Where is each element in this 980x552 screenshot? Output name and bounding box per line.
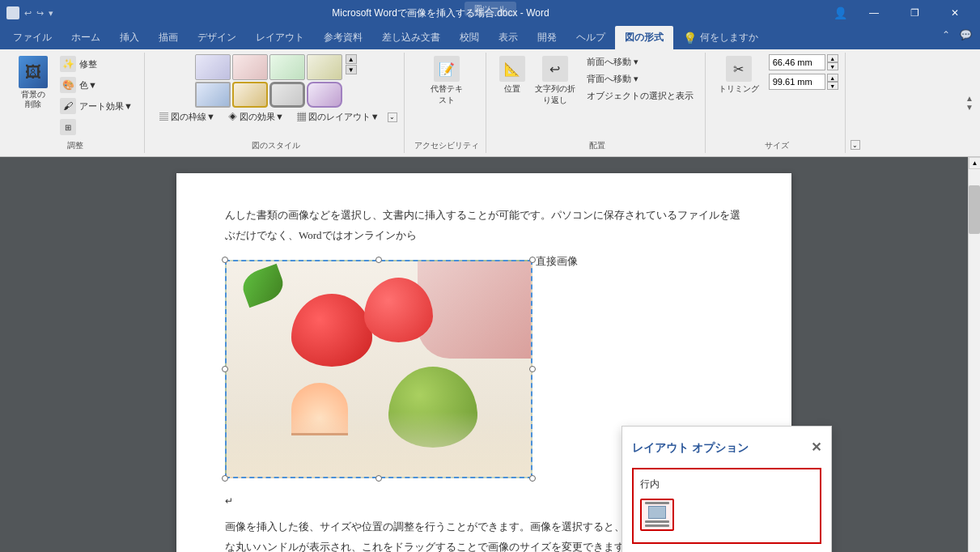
style-3[interactable] bbox=[269, 54, 305, 80]
handle-bottom-mid[interactable] bbox=[375, 475, 382, 482]
customize-btn[interactable]: ▾ bbox=[49, 8, 53, 19]
window-title: Microsoft Wordで画像を挿入する場合.docx - Word bbox=[53, 6, 828, 20]
close-button[interactable]: ✕ bbox=[936, 0, 974, 26]
art-effects-btn[interactable]: 🖌 アート効果▼ bbox=[55, 96, 138, 116]
handle-bottom-right[interactable] bbox=[529, 475, 536, 482]
tab-mailings[interactable]: 差し込み文書 bbox=[372, 26, 450, 49]
arrange-sub-btns: 前面へ移動 ▾ 背面へ移動 ▾ オブジェクトの選択と表示 bbox=[582, 54, 698, 104]
user-icon[interactable]: 👤 bbox=[828, 0, 852, 26]
tab-help[interactable]: ヘルプ bbox=[566, 26, 615, 49]
width-input-row: 99.61 mm ▲ ▼ bbox=[769, 74, 838, 90]
document-page: んした書類の画像などを選択し、文書内に挿入することが可能です。パソコンに保存され… bbox=[176, 173, 791, 552]
alt-text-btn[interactable]: 📝 代替テキスト bbox=[427, 54, 466, 108]
adjust-buttons: 🖼 背景の削除 ✨ 修整 🎨 色▼ 🖌 アート効果▼ ⊞ bbox=[13, 54, 138, 137]
title-text: Microsoft Wordで画像を挿入する場合.docx - Word bbox=[332, 7, 549, 19]
restore-button[interactable]: ❐ bbox=[896, 0, 933, 26]
undo-btn[interactable]: ↩ bbox=[24, 8, 32, 19]
title-bar-left: ↩ ↪ ▾ bbox=[6, 6, 53, 19]
tab-developer[interactable]: 開発 bbox=[528, 26, 566, 49]
size-expand-btn[interactable]: ⌄ bbox=[851, 53, 860, 153]
inline-icons-row bbox=[640, 499, 813, 531]
figure-border-btn[interactable]: ▤ 図の枠線▼ bbox=[155, 109, 220, 125]
style-5[interactable] bbox=[195, 82, 231, 108]
figure-layout-btn[interactable]: ▦ 図のレイアウト▼ bbox=[292, 109, 384, 125]
select-objects-btn[interactable]: オブジェクトの選択と表示 bbox=[582, 88, 698, 104]
minimize-button[interactable]: — bbox=[855, 0, 893, 26]
style-submenu-btns: ▤ 図の枠線▼ ◈ 図の効果▼ ▦ 図のレイアウト▼ ⌄ bbox=[155, 109, 397, 125]
ribbon-group-adjust: 🖼 背景の削除 ✨ 修整 🎨 色▼ 🖌 アート効果▼ ⊞ bbox=[6, 53, 145, 153]
tab-design[interactable]: デザイン bbox=[188, 26, 246, 49]
style-4[interactable] bbox=[307, 54, 342, 80]
popup-title-row: レイアウト オプション ✕ bbox=[632, 436, 821, 460]
tools-label: 図ツール bbox=[465, 2, 516, 16]
position-btn[interactable]: 📐 位置 bbox=[496, 54, 528, 96]
arrange-btns: 📐 位置 ↩ 文字列の折り返し 前面へ移動 ▾ 背面へ移動 ▾ オブジェクトの選… bbox=[496, 54, 698, 108]
vertical-scrollbar[interactable]: ▲ ▼ bbox=[968, 157, 980, 552]
tab-insert[interactable]: 挿入 bbox=[110, 26, 149, 49]
width-input[interactable]: 99.61 mm bbox=[769, 74, 825, 90]
ribbon: 🖼 背景の削除 ✨ 修整 🎨 色▼ 🖌 アート効果▼ ⊞ bbox=[0, 49, 980, 157]
handle-bottom-left[interactable] bbox=[222, 475, 228, 482]
inline-icon-content bbox=[645, 502, 669, 527]
inline-section: 行内 bbox=[632, 468, 821, 544]
tab-file[interactable]: ファイル bbox=[3, 26, 62, 49]
inline-label: 行内 bbox=[640, 476, 813, 494]
style-scroll[interactable]: ▲ ▼ bbox=[346, 54, 357, 80]
height-spinner[interactable]: ▲ ▼ bbox=[827, 54, 838, 70]
apple-red-1 bbox=[291, 294, 372, 367]
wrap-icon-inline[interactable] bbox=[640, 499, 674, 531]
style-1[interactable] bbox=[195, 54, 231, 80]
tell-me[interactable]: 💡 何をしますか bbox=[673, 26, 768, 49]
size-controls: ✂ トリミング 66.46 mm ▲ ▼ 99.61 mm bbox=[715, 54, 838, 96]
leaf bbox=[239, 264, 288, 308]
style-6[interactable] bbox=[232, 82, 268, 108]
tab-home[interactable]: ホーム bbox=[62, 26, 110, 49]
ribbon-scroll[interactable]: ▲ ▼ bbox=[965, 53, 974, 153]
apple-scene bbox=[227, 261, 531, 477]
width-spinner[interactable]: ▲ ▼ bbox=[827, 74, 838, 90]
text-before-image: んした書類の画像などを選択し、文書内に挿入することが可能です。パソコンに保存され… bbox=[225, 206, 743, 245]
window-controls[interactable]: 👤 — ❐ ✕ bbox=[828, 0, 974, 26]
wrap-text-btn[interactable]: ↩ 文字列の折り返し bbox=[532, 54, 579, 108]
title-bar: ↩ ↪ ▾ Microsoft Wordで画像を挿入する場合.docx - Wo… bbox=[0, 0, 980, 26]
height-input[interactable]: 66.46 mm bbox=[769, 54, 825, 70]
bring-forward-btn[interactable]: 前面へ移動 ▾ bbox=[582, 54, 698, 70]
tab-review[interactable]: 校閲 bbox=[450, 26, 489, 49]
tab-draw[interactable]: 描画 bbox=[149, 26, 188, 49]
main-container: んした書類の画像などを選択し、文書内に挿入することが可能です。パソコンに保存され… bbox=[0, 157, 980, 552]
styles-expand[interactable]: ⌄ bbox=[388, 109, 397, 125]
image-row: 直接画像 レイアウト オプション ✕ 行内 bbox=[225, 252, 743, 486]
send-backward-btn[interactable]: 背面へ移動 ▾ bbox=[582, 71, 698, 87]
ribbon-tab-bar: ファイル ホーム 挿入 描画 デザイン レイアウト 参考資料 差し込み文書 校閲… bbox=[0, 26, 980, 49]
compress-btn[interactable]: ⊞ bbox=[55, 117, 138, 137]
comment-btn[interactable]: 💬 bbox=[955, 26, 977, 49]
tab-references[interactable]: 参考資料 bbox=[314, 26, 372, 49]
corrections-btn[interactable]: ✨ 修整 bbox=[55, 54, 138, 74]
fabric-decoration bbox=[418, 261, 531, 359]
popup-close-btn[interactable]: ✕ bbox=[811, 436, 821, 460]
scroll-thumb[interactable] bbox=[969, 185, 980, 234]
style-7[interactable] bbox=[269, 82, 305, 108]
style-8[interactable] bbox=[307, 82, 342, 108]
tab-view[interactable]: 表示 bbox=[489, 26, 528, 49]
color-btn[interactable]: 🎨 色▼ bbox=[55, 75, 138, 95]
size-inputs: 66.46 mm ▲ ▼ 99.61 mm ▲ ▼ bbox=[769, 54, 838, 96]
style-2[interactable] bbox=[232, 54, 268, 80]
remove-background-btn[interactable]: 🖼 背景の削除 bbox=[13, 54, 53, 111]
figure-effect-btn[interactable]: ◈ 図の効果▼ bbox=[223, 109, 289, 125]
ribbon-group-accessibility: 📝 代替テキスト アクセシビリティ bbox=[408, 53, 486, 153]
handle-mid-right[interactable] bbox=[529, 366, 536, 372]
selected-image-container[interactable] bbox=[225, 260, 532, 478]
height-input-row: 66.46 mm ▲ ▼ bbox=[769, 54, 838, 70]
tab-layout[interactable]: レイアウト bbox=[246, 26, 314, 49]
scroll-up-arrow[interactable]: ▲ bbox=[969, 157, 980, 169]
document-image[interactable] bbox=[225, 260, 532, 478]
style-row-2 bbox=[195, 82, 357, 108]
trim-btn[interactable]: ✂ トリミング bbox=[715, 54, 762, 96]
ribbon-collapse-btn[interactable]: ⌃ bbox=[937, 26, 955, 49]
redo-btn[interactable]: ↪ bbox=[36, 8, 44, 19]
tab-picture-format[interactable]: 図の形式 bbox=[615, 26, 673, 49]
app-icon bbox=[6, 6, 19, 19]
layout-options-popup: レイアウト オプション ✕ 行内 bbox=[622, 426, 832, 552]
document-area: んした書類の画像などを選択し、文書内に挿入することが可能です。パソコンに保存され… bbox=[0, 157, 968, 552]
